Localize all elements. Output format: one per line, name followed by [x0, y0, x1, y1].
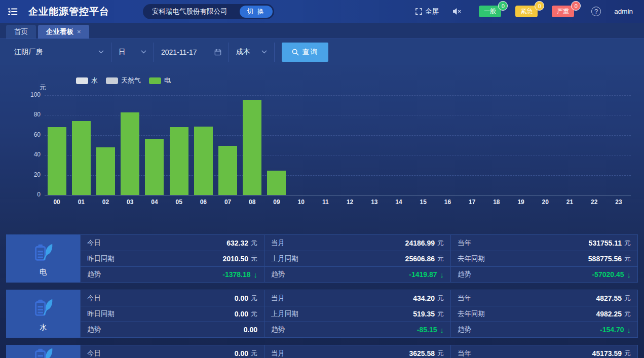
stat-cell-当年: 当年4827.55元: [450, 290, 637, 306]
tab-close-icon[interactable]: ×: [77, 28, 81, 35]
stat-cell-当月: 当月24186.99元: [264, 235, 450, 251]
stat-label: 去年同期: [458, 254, 485, 263]
stat-unit: 元: [437, 349, 444, 358]
stat-value: -1378.18: [222, 270, 250, 279]
stat-cell-当月: 当月434.20元: [264, 290, 450, 306]
stat-value: 3625.58: [409, 349, 435, 357]
stat-label: 当年: [458, 238, 471, 248]
x-tick-label: 15: [411, 198, 435, 206]
stat-label: 趋势: [271, 270, 285, 279]
legend-label: 电: [164, 76, 171, 85]
query-button[interactable]: 查询: [282, 43, 328, 62]
metric-select[interactable]: 成本: [229, 43, 275, 62]
fullscreen-icon: [415, 8, 423, 15]
stat-unit: 元: [624, 349, 631, 358]
legend-item-天然气[interactable]: 天然气: [106, 76, 141, 85]
tab-企业看板[interactable]: 企业看板×: [38, 25, 89, 38]
period-select-value: 日: [119, 48, 126, 57]
energy-cells: 今日632.32元当月24186.99元当年531755.11元昨日同期2010…: [80, 234, 638, 283]
table-line: 今日632.32元当月24186.99元当年531755.11元: [81, 235, 637, 251]
x-tick-label: 05: [167, 198, 191, 206]
energy-type-tile: 电: [6, 234, 80, 283]
stat-label: 昨日同期: [87, 254, 115, 263]
company-selector: 安科瑞电气股份有限公司 切 换: [143, 4, 274, 19]
energy-row-水: 水今日0.00元当月434.20元当年4827.55元昨日同期0.00元上月同期…: [6, 290, 638, 338]
site-select[interactable]: 江阴厂房: [7, 43, 111, 62]
y-tick-label: 100: [5, 91, 41, 98]
stat-label: 今日: [87, 294, 101, 303]
stat-unit: 元: [624, 238, 631, 248]
bar-电-03: [121, 112, 139, 195]
energy-cells: 今日0.00元当月434.20元当年4827.55元昨日同期0.00元上月同期5…: [80, 290, 638, 338]
stat-unit: 元: [437, 294, 444, 303]
stat-unit: 元: [437, 309, 444, 319]
trend-down-icon: ↓: [440, 326, 444, 334]
alarm-badge-一般[interactable]: 一般0: [479, 6, 501, 17]
alarm-count-bubble: 0: [571, 1, 581, 11]
x-tick-label: 17: [460, 198, 484, 206]
alarm-badge-紧急[interactable]: 紧急0: [515, 6, 538, 17]
bar-电-07: [218, 146, 237, 195]
legend-label: 天然气: [121, 76, 141, 85]
app-header: 企业能源管控平台 安科瑞电气股份有限公司 切 换 全屏 一般0紧急0严重0 ? …: [0, 0, 644, 23]
stat-value: 0.00: [235, 294, 248, 302]
x-tick-label: 08: [240, 198, 264, 206]
switch-company-button[interactable]: 切 换: [240, 6, 273, 18]
x-tick-label: 16: [435, 198, 460, 206]
alarm-badge-严重[interactable]: 严重0: [552, 6, 574, 17]
date-picker[interactable]: 2021-11-17: [154, 43, 229, 62]
legend-item-水[interactable]: 水: [76, 76, 98, 85]
mute-speaker-icon[interactable]: [452, 8, 462, 15]
calendar-icon: [214, 49, 221, 56]
stat-value: 0.00: [235, 349, 248, 357]
x-tick-label: 11: [313, 198, 337, 206]
stat-cell-今日: 今日0.00元: [81, 345, 264, 358]
x-tick-label: 21: [557, 198, 582, 206]
period-select[interactable]: 日: [111, 43, 154, 62]
stat-cell-上月同期: 上月同期519.35元: [264, 306, 450, 322]
stat-value: -57020.45: [592, 270, 624, 279]
stat-label: 趋势: [87, 270, 101, 279]
battery-leaf-icon: [31, 296, 55, 319]
cost-bar-chart: 水天然气电 元 02040608010000010203040506070809…: [0, 65, 644, 232]
stat-value: 4827.55: [596, 294, 622, 302]
energy-type-tile: 水: [6, 290, 80, 338]
trend-down-icon: ↓: [254, 270, 258, 279]
table-line: 今日0.00元当月434.20元当年4827.55元: [81, 290, 637, 306]
stat-cell-当年: 当年531755.11元: [450, 235, 637, 251]
site-select-value: 江阴厂房: [14, 48, 43, 57]
tab-首页[interactable]: 首页: [6, 25, 36, 38]
x-tick-label: 23: [607, 198, 631, 206]
legend-item-电[interactable]: 电: [149, 76, 171, 85]
stat-value: 531755.11: [589, 239, 622, 247]
date-picker-value: 2021-11-17: [161, 48, 197, 56]
menu-fold-icon[interactable]: [7, 6, 18, 17]
stat-cell-趋势: 趋势-1419.87↓: [264, 267, 450, 282]
query-button-label: 查询: [302, 48, 319, 57]
help-icon[interactable]: ?: [591, 7, 601, 16]
stat-label: 今日: [87, 238, 101, 248]
x-axis-line: [45, 195, 631, 195]
y-tick-label: 80: [5, 111, 41, 118]
stat-unit: 元: [437, 254, 444, 263]
fullscreen-button[interactable]: 全屏: [415, 7, 439, 16]
alarm-badge-label: 严重: [557, 7, 569, 16]
x-tick-label: 04: [142, 198, 167, 206]
stat-unit: 元: [251, 309, 257, 319]
stat-label: 趋势: [458, 270, 471, 279]
stat-unit: 元: [624, 294, 631, 303]
stat-value: 588775.56: [588, 255, 622, 263]
stat-unit: 元: [624, 254, 631, 263]
legend-swatch: [149, 77, 161, 84]
bar-电-01: [72, 121, 91, 195]
user-name[interactable]: admin: [614, 8, 633, 15]
stat-value: 2010.50: [222, 255, 248, 263]
metric-select-value: 成本: [236, 48, 250, 57]
x-tick-label: 00: [45, 198, 69, 206]
table-line: 今日0.00元当月3625.58元当年45173.59元: [81, 345, 637, 358]
alarm-badges: 一般0紧急0严重0: [479, 6, 574, 17]
legend-swatch: [106, 77, 118, 84]
stat-value: 24186.99: [405, 239, 435, 247]
x-tick-label: 09: [264, 198, 289, 206]
stat-unit: 元: [624, 309, 631, 319]
